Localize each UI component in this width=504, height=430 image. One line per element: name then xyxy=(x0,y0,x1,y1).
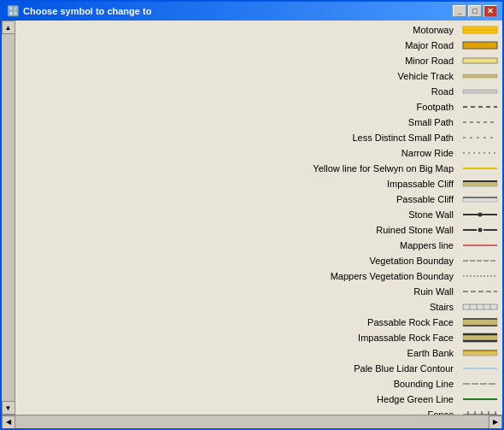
item-symbol xyxy=(460,378,499,390)
item-symbol xyxy=(460,286,499,297)
list-item[interactable]: Vegetation Bounday xyxy=(15,253,502,268)
symbol-list: Motorway Major Road Minor Road xyxy=(15,21,502,415)
svg-rect-24 xyxy=(463,304,497,309)
list-item[interactable]: Road xyxy=(15,84,502,99)
list-item[interactable]: Hedge Green Line xyxy=(15,392,502,407)
list-item[interactable]: Stairs xyxy=(15,299,502,315)
list-item[interactable]: Yellow line for Selwyn on Big Map xyxy=(15,161,502,176)
item-label: Pale Blue Lidar Contour xyxy=(19,363,460,374)
svg-point-16 xyxy=(478,213,482,217)
scroll-track-vertical[interactable] xyxy=(2,34,15,401)
item-symbol xyxy=(460,162,499,174)
maximize-button[interactable]: □ xyxy=(468,5,482,17)
item-label: Stone Wall xyxy=(19,209,460,220)
item-label: Major Road xyxy=(19,40,460,50)
list-item[interactable]: Impassable Cliff xyxy=(15,176,502,191)
close-button[interactable]: ✕ xyxy=(483,5,497,17)
list-item[interactable]: Narrow Ride xyxy=(15,145,502,161)
item-symbol xyxy=(460,55,499,67)
list-item[interactable]: Less Distinct Small Path xyxy=(15,130,502,145)
item-symbol xyxy=(460,116,499,128)
list-item[interactable]: Mappers Vegetation Bounday xyxy=(15,268,502,284)
item-symbol xyxy=(460,393,499,405)
title-bar: 🔣 Choose symbol to change to _ □ ✕ xyxy=(2,2,502,21)
list-item[interactable]: Major Road xyxy=(15,38,502,53)
content-area: ▲ ▼ Motorway Major Road xyxy=(2,21,502,415)
item-label: Less Distinct Small Path xyxy=(19,133,460,143)
item-symbol xyxy=(460,178,499,190)
list-item[interactable]: Footpath xyxy=(15,99,502,115)
list-item[interactable]: Impassable Rock Face xyxy=(15,330,502,345)
list-item[interactable]: Minor Road xyxy=(15,53,502,68)
item-label: Impassable Cliff xyxy=(19,179,460,189)
item-label: Stairs xyxy=(19,302,460,312)
list-item[interactable]: Ruined Stone Wall xyxy=(15,222,502,238)
item-symbol xyxy=(460,301,499,313)
item-label: Impassable Rock Face xyxy=(19,333,460,343)
main-window: 🔣 Choose symbol to change to _ □ ✕ ▲ ▼ M… xyxy=(0,0,504,430)
item-symbol xyxy=(460,193,499,205)
item-symbol xyxy=(460,147,499,159)
item-symbol xyxy=(460,39,499,51)
item-symbol xyxy=(460,409,499,415)
item-label: Vegetation Bounday xyxy=(19,256,460,266)
item-label: Passable Cliff xyxy=(19,194,460,204)
scroll-right-button[interactable]: ▶ xyxy=(489,415,502,429)
window-icon: 🔣 xyxy=(7,5,20,17)
item-label: Passable Rock Face xyxy=(19,317,460,327)
svg-rect-35 xyxy=(463,350,497,356)
list-item[interactable]: Ruin Wall xyxy=(15,284,502,299)
item-label: Road xyxy=(19,86,460,97)
minimize-button[interactable]: _ xyxy=(453,5,466,17)
item-symbol xyxy=(460,85,499,97)
item-label: Earth Bank xyxy=(19,348,460,358)
item-symbol xyxy=(460,101,499,113)
list-item[interactable]: Motorway xyxy=(15,22,502,38)
item-symbol xyxy=(460,316,499,328)
item-label: Mappers line xyxy=(19,240,460,250)
item-symbol xyxy=(460,332,499,344)
title-buttons: _ □ ✕ xyxy=(453,5,497,17)
scroll-up-button[interactable]: ▲ xyxy=(2,21,15,34)
list-item[interactable]: Fence xyxy=(15,407,502,415)
svg-rect-3 xyxy=(463,58,497,63)
item-symbol xyxy=(460,347,499,359)
scroll-down-button[interactable]: ▼ xyxy=(2,401,15,415)
svg-rect-29 xyxy=(463,319,497,326)
title-bar-left: 🔣 Choose symbol to change to xyxy=(7,5,151,17)
vertical-scrollbar[interactable]: ▲ ▼ xyxy=(2,21,15,415)
item-label: Narrow Ride xyxy=(19,148,460,158)
item-label: Motorway xyxy=(19,25,460,35)
item-symbol xyxy=(460,270,499,282)
scroll-left-button[interactable]: ◀ xyxy=(2,415,15,429)
item-label: Yellow line for Selwyn on Big Map xyxy=(19,163,460,174)
horizontal-scrollbar[interactable]: ◀ ▶ xyxy=(2,415,502,428)
item-label: Minor Road xyxy=(19,56,460,66)
item-label: Vehicle Track xyxy=(19,71,460,81)
list-item[interactable]: Earth Bank xyxy=(15,345,502,361)
item-symbol xyxy=(460,224,499,236)
svg-rect-4 xyxy=(463,74,497,78)
list-item[interactable]: Passable Cliff xyxy=(15,191,502,207)
item-label: Hedge Green Line xyxy=(19,394,460,404)
item-label: Footpath xyxy=(19,102,460,112)
item-label: Small Path xyxy=(19,117,460,127)
item-symbol xyxy=(460,209,499,221)
list-item[interactable]: Stone Wall xyxy=(15,207,502,222)
item-symbol xyxy=(460,362,499,374)
svg-rect-2 xyxy=(463,42,497,49)
item-symbol xyxy=(460,239,499,251)
item-symbol xyxy=(460,70,499,82)
item-label: Ruined Stone Wall xyxy=(19,225,460,235)
item-symbol xyxy=(460,255,499,267)
list-item[interactable]: Pale Blue Lidar Contour xyxy=(15,361,502,376)
item-label: Ruin Wall xyxy=(19,286,460,297)
list-item[interactable]: Mappers line xyxy=(15,238,502,253)
list-item[interactable]: Passable Rock Face xyxy=(15,315,502,330)
scroll-track-horizontal[interactable] xyxy=(15,415,489,428)
item-symbol xyxy=(460,132,499,144)
list-item[interactable]: Small Path xyxy=(15,115,502,130)
svg-rect-5 xyxy=(463,90,497,93)
list-item[interactable]: Bounding Line xyxy=(15,376,502,392)
list-item[interactable]: Vehicle Track xyxy=(15,68,502,84)
